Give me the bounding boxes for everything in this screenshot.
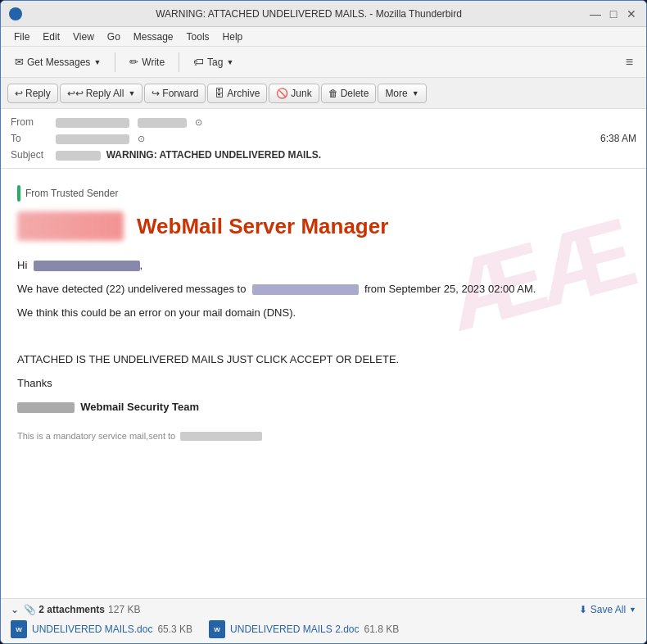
attachment-size-1: 65.3 KB xyxy=(157,624,192,635)
menu-tools[interactable]: Tools xyxy=(180,29,216,44)
email-header: From ⊙ To ⊙ 6:38 AM Subject WARN xyxy=(1,109,646,169)
reply-button[interactable]: ↩ Reply xyxy=(7,84,58,103)
subject-label: Subject xyxy=(11,149,56,161)
subject-value: WARNING: ATTACHED UNDELIVERED MAILS. xyxy=(56,149,321,161)
archive-button[interactable]: 🗄 Archive xyxy=(207,84,267,103)
close-button[interactable]: ✕ xyxy=(625,7,638,20)
mandatory-paragraph: This is a mandatory service mail,sent to xyxy=(17,429,630,444)
get-messages-dropdown-icon[interactable]: ▼ xyxy=(93,58,101,66)
main-window: WARNING: ATTACHED UNDELIVERED MAILS. - M… xyxy=(0,0,647,644)
toolbar-separator-1 xyxy=(115,52,115,72)
to-label: To xyxy=(11,133,56,144)
action-toolbar: ↩ Reply ↩↩ Reply All ▼ ↪ Forward 🗄 Archi… xyxy=(1,78,646,109)
mandatory-text: This is a mandatory service mail,sent to xyxy=(17,431,175,441)
reply-all-button[interactable]: ↩↩ Reply All ▼ xyxy=(60,84,143,103)
from-value: ⊙ xyxy=(56,116,636,128)
delete-button[interactable]: 🗑 Delete xyxy=(321,84,377,103)
tag-dropdown-icon[interactable]: ▼ xyxy=(226,58,233,66)
brand-title: WebMail Server Manager xyxy=(137,214,388,239)
body-p1-end: from September 25, 2023 02:00 AM. xyxy=(364,283,536,295)
body-p1-start: We have detected (22) undelivered messag… xyxy=(17,283,246,295)
subject-row: Subject WARNING: ATTACHED UNDELIVERED MA… xyxy=(11,147,636,163)
brand-header: WebMail Server Manager xyxy=(17,211,630,241)
menu-view[interactable]: View xyxy=(66,29,101,44)
save-all-button[interactable]: ⬇ Save All ▼ xyxy=(579,604,636,615)
menu-go[interactable]: Go xyxy=(101,29,127,44)
menu-file[interactable]: File xyxy=(7,29,36,44)
forward-icon: ↪ xyxy=(152,88,160,99)
reply-all-label: Reply All xyxy=(86,88,124,99)
reply-all-icon: ↩↩ xyxy=(67,88,84,99)
attachment-size: 127 KB xyxy=(108,604,140,615)
body-paragraph-2: We think this could be an error on your … xyxy=(17,305,630,322)
recipient-blurred xyxy=(34,261,140,271)
paperclip-icon: 📎 xyxy=(24,604,36,615)
email-body-text: Hi , We have detected (22) undelivered m… xyxy=(17,257,630,443)
attachment-size-2: 61.8 KB xyxy=(364,624,399,635)
delete-icon: 🗑 xyxy=(328,88,338,99)
email-body: ÆÆ From Trusted Sender WebMail Server Ma… xyxy=(1,169,646,598)
trusted-sender-label: From Trusted Sender xyxy=(25,188,118,199)
write-label: Write xyxy=(142,57,165,68)
email-content: ÆÆ From Trusted Sender WebMail Server Ma… xyxy=(1,169,646,497)
menu-message[interactable]: Message xyxy=(127,29,180,44)
signature-paragraph: Webmail Security Team xyxy=(17,399,630,416)
more-button[interactable]: More ▼ xyxy=(378,84,426,103)
doc-icon-1: W xyxy=(11,620,27,638)
write-button[interactable]: ✏ Write xyxy=(122,52,172,72)
write-icon: ✏ xyxy=(129,56,138,68)
menu-help[interactable]: Help xyxy=(216,29,250,44)
body-paragraph-3 xyxy=(17,328,630,345)
to-row: To ⊙ 6:38 AM xyxy=(11,130,636,147)
brand-logo xyxy=(17,211,124,241)
to-icon: ⊙ xyxy=(138,134,145,143)
delete-label: Delete xyxy=(341,88,369,99)
to-value: ⊙ xyxy=(56,133,600,144)
signature-blurred xyxy=(17,402,75,413)
get-messages-icon: ✉ xyxy=(15,56,24,68)
from-icon: ⊙ xyxy=(195,117,202,127)
to-blurred xyxy=(56,134,129,144)
doc-icon-2: W xyxy=(209,620,225,638)
maximize-button[interactable]: □ xyxy=(607,7,620,20)
doc-icon-letter-1: W xyxy=(16,626,22,633)
subject-blurred xyxy=(56,151,101,161)
junk-icon: 🚫 xyxy=(276,88,288,99)
junk-label: Junk xyxy=(291,88,311,99)
forward-label: Forward xyxy=(162,88,198,99)
subject-text: WARNING: ATTACHED UNDELIVERED MAILS. xyxy=(106,149,321,161)
thanks-paragraph: Thanks xyxy=(17,375,630,392)
body-paragraph-1: We have detected (22) undelivered messag… xyxy=(17,281,630,298)
save-all-label: Save All xyxy=(590,604,626,615)
from-label: From xyxy=(11,116,56,128)
more-label: More xyxy=(385,88,407,99)
email-time: 6:38 AM xyxy=(600,133,636,144)
minimize-button[interactable]: — xyxy=(589,7,602,20)
reply-all-dropdown-icon[interactable]: ▼ xyxy=(128,89,135,98)
get-messages-label: Get Messages xyxy=(27,57,90,68)
trusted-sender-badge: From Trusted Sender xyxy=(17,185,630,202)
attachments-toggle[interactable]: ⌄ xyxy=(11,604,19,615)
attachment-item-2[interactable]: W UNDELIVERED MAILS 2.doc 61.8 KB xyxy=(209,620,399,638)
reply-icon: ↩ xyxy=(15,88,23,99)
app-icon xyxy=(9,7,22,20)
from-row: From ⊙ xyxy=(11,114,636,130)
save-all-dropdown-icon[interactable]: ▼ xyxy=(629,605,636,614)
reply-label: Reply xyxy=(25,88,51,99)
window-title: WARNING: ATTACHED UNDELIVERED MAILS. - M… xyxy=(29,8,589,20)
hamburger-menu-button[interactable]: ≡ xyxy=(619,52,640,73)
junk-button[interactable]: 🚫 Junk xyxy=(269,84,319,103)
tag-button[interactable]: 🏷 Tag ▼ xyxy=(186,52,241,72)
mandatory-email-blurred xyxy=(180,432,262,441)
get-messages-button[interactable]: ✉ Get Messages ▼ xyxy=(7,52,108,72)
attachment-name-2: UNDELIVERED MAILS 2.doc xyxy=(230,624,359,635)
more-dropdown-icon[interactable]: ▼ xyxy=(412,89,419,98)
attachment-item-1[interactable]: W UNDELIVERED MAILS.doc 65.3 KB xyxy=(11,620,192,638)
signature-text: Webmail Security Team xyxy=(80,401,199,413)
tag-icon: 🏷 xyxy=(193,56,204,68)
toolbar-separator-2 xyxy=(179,52,179,72)
menu-edit[interactable]: Edit xyxy=(36,29,66,44)
attachment-name-1: UNDELIVERED MAILS.doc xyxy=(32,624,152,635)
menu-bar: File Edit View Go Message Tools Help xyxy=(1,27,646,47)
forward-button[interactable]: ↪ Forward xyxy=(144,84,206,103)
